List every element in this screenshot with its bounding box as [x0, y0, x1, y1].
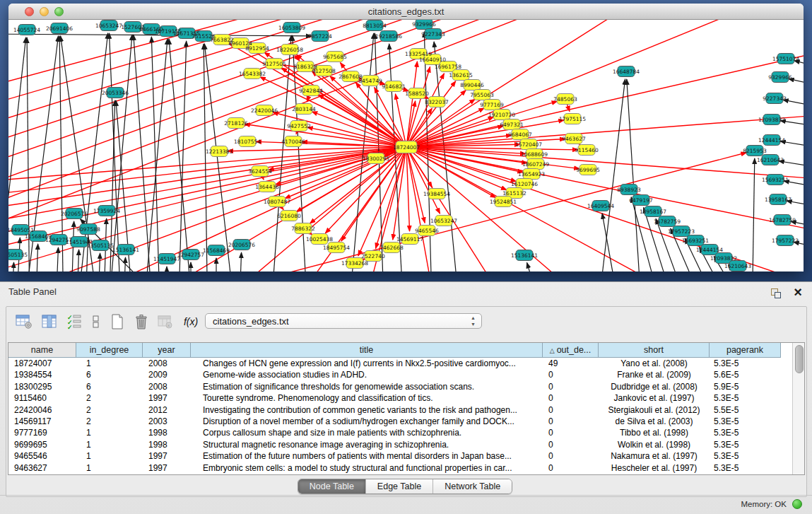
tab-node-table[interactable]: Node Table: [298, 479, 365, 493]
graph-edge-selected[interactable]: [406, 108, 484, 147]
vertical-scrollbar[interactable]: [792, 343, 804, 474]
network-view-canvas[interactable]: 1872400789601248912954182260589127505165…: [8, 20, 804, 271]
tab-network-table[interactable]: Network Table: [433, 479, 512, 493]
graph-node-label: 11568469: [203, 247, 230, 254]
cell-year: 2009: [143, 369, 191, 380]
graph-node-label: 18724007: [393, 144, 420, 151]
merge-rows-icon[interactable]: [87, 313, 105, 331]
graph-edge-selected[interactable]: [393, 147, 406, 240]
graph-edge[interactable]: [169, 39, 194, 271]
cell-title: Disruption of a novel member of a sodium…: [191, 416, 543, 427]
graph-node-label: 18300295: [363, 156, 389, 162]
graph-node-label: 9227343: [421, 31, 445, 37]
graph-edge[interactable]: [76, 250, 79, 271]
column-header-year[interactable]: year: [143, 343, 191, 358]
table-row[interactable]: 911546021997Tourette syndrome. Phenomeno…: [8, 392, 781, 404]
graph-edge-selected[interactable]: [406, 147, 743, 271]
graph-node-label: 18495051: [8, 227, 34, 233]
cell-year: 2003: [143, 416, 191, 427]
graph-edge[interactable]: [35, 244, 38, 271]
column-header-short[interactable]: short: [599, 343, 710, 358]
graph-edge[interactable]: [204, 44, 208, 271]
graph-edge[interactable]: [794, 61, 804, 69]
graph-node-label: 12213383: [206, 148, 233, 155]
graph-node-label: 17975115: [559, 116, 586, 122]
column-header-label: in_degree: [90, 345, 129, 355]
close-panel-icon[interactable]: ×: [794, 283, 802, 301]
table-row[interactable]: 969969511998Structural magnetic resonanc…: [8, 439, 781, 450]
column-header-name[interactable]: name: [8, 343, 76, 358]
cell-in_degree: 6: [76, 381, 143, 392]
table-row[interactable]: 1872400712008Changes of HCN gene express…: [8, 358, 781, 369]
cell-short: Jankovic et al. (1997): [599, 392, 710, 404]
graph-node-label: 16961758: [435, 64, 461, 70]
column-visibility-icon[interactable]: [40, 313, 59, 331]
graph-edge[interactable]: [752, 158, 755, 271]
graph-node-label: 12093832: [710, 255, 737, 262]
graph-node-label: 9684067: [508, 132, 532, 138]
table-row[interactable]: 2242004622012Investigating the contribut…: [8, 404, 781, 416]
table-row[interactable]: 977716911998Corpus callosum shape and si…: [8, 427, 781, 438]
network-window-titlebar[interactable]: citations_edges.txt: [8, 4, 804, 20]
status-bar: Memory: OK: [0, 495, 812, 514]
graph-node-label: 17359924: [93, 208, 120, 214]
graph-edge[interactable]: [596, 79, 625, 271]
table-row[interactable]: 946554611997Estimation of the future num…: [8, 450, 781, 462]
graph-edge[interactable]: [76, 33, 108, 271]
cell-year: 2008: [143, 381, 191, 392]
tab-edge-table[interactable]: Edge Table: [365, 479, 433, 493]
graph-edge[interactable]: [55, 247, 58, 271]
graph-node-label: 9127505: [262, 61, 286, 67]
dropdown-arrows-icon: ▲▼: [471, 315, 476, 327]
graph-node-label: 9097588: [76, 226, 100, 233]
graph-edge[interactable]: [627, 79, 642, 271]
cell-out_de: 0: [543, 450, 599, 462]
graph-node-label: 7857224: [308, 33, 332, 40]
column-header-pagerank[interactable]: pagerank: [710, 343, 781, 358]
function-builder-icon[interactable]: f(x): [182, 313, 200, 331]
float-panel-icon[interactable]: [771, 288, 781, 298]
new-table-icon[interactable]: [108, 313, 126, 331]
column-header-title[interactable]: title: [191, 343, 543, 358]
cell-year: 1997: [143, 462, 191, 474]
table-source-dropdown[interactable]: citations_edges.txt ▲▼: [205, 313, 482, 329]
table-row[interactable]: 1938455462009Genome-wide association stu…: [8, 369, 781, 380]
graph-edge-selected[interactable]: [8, 20, 447, 235]
graph-node-label: 18226058: [276, 47, 303, 53]
table-settings-icon[interactable]: [15, 313, 33, 331]
graph-node-label: 9242844: [299, 88, 323, 94]
cell-title: Tourette syndrome. Phenomenology and cla…: [191, 392, 543, 404]
table-tab-strip: Node TableEdge TableNetwork Table: [6, 479, 804, 496]
graph-edge[interactable]: [270, 35, 291, 271]
column-header-in_degree[interactable]: in_degree: [76, 343, 143, 358]
table-row[interactable]: 1830029562008Estimation of significance …: [8, 381, 781, 392]
graph-node-label: 12444154: [696, 247, 723, 253]
graph-node-label: 17957223: [772, 238, 799, 244]
graph-edge[interactable]: [98, 253, 100, 271]
row-select-icon[interactable]: ✓✓✓: [66, 313, 84, 331]
graph-node-label: 15693251: [762, 177, 789, 183]
delete-column-icon[interactable]: [132, 313, 151, 331]
column-header-out_de[interactable]: △out_de...: [543, 343, 599, 358]
cell-year: 2012: [143, 404, 191, 416]
scrollbar-thumb[interactable]: [795, 345, 804, 373]
graph-edge[interactable]: [11, 262, 14, 271]
cell-title: Investigating the contribution of common…: [191, 404, 543, 416]
graph-node-label: 10653247: [430, 218, 457, 224]
cell-title: Estimation of the future numbers of pati…: [191, 450, 543, 462]
cell-in_degree: 1: [76, 462, 143, 474]
graph-edge[interactable]: [8, 37, 26, 271]
delete-table-icon[interactable]: ×: [156, 313, 175, 331]
graph-edge[interactable]: [239, 252, 242, 271]
table-tabs: Node TableEdge TableNetwork Table: [298, 479, 512, 494]
table-row[interactable]: 946362711997Embryonic stem cells: a mode…: [8, 462, 781, 474]
cell-short: Hescheler et al. (1997): [599, 462, 710, 474]
table-row[interactable]: 1456911722003Disruption of a novel membe…: [8, 416, 781, 427]
memory-ok-indicator[interactable]: [792, 499, 802, 509]
graph-edge[interactable]: [204, 44, 236, 271]
graph-node-label: 9227343: [763, 95, 787, 102]
citation-network-graph[interactable]: 1872400789601248912954182260589127505165…: [8, 20, 804, 271]
graph-node-label: 9777169: [480, 102, 504, 108]
graph-edge[interactable]: [123, 257, 126, 271]
graph-node-label: 13505135: [8, 252, 28, 258]
